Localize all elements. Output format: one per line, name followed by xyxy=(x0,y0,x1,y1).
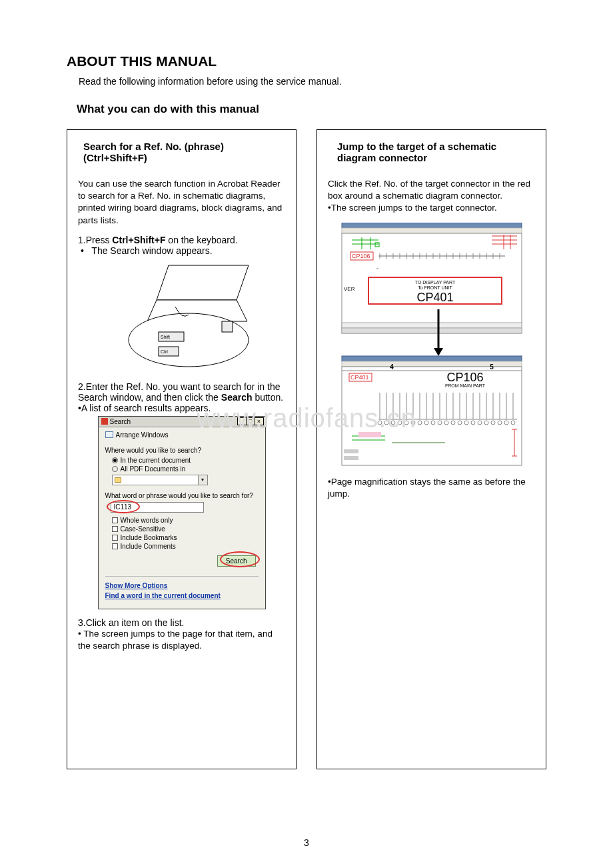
cp106-badge: CP106 xyxy=(352,253,370,259)
step2-post: button. xyxy=(253,392,284,403)
step2: 2.Enter the Ref. No. you want to search … xyxy=(78,381,285,403)
svg-rect-42 xyxy=(342,323,522,328)
search-dialog: Search _□× Arrange Windows Where would y… xyxy=(98,416,266,609)
svg-rect-6 xyxy=(342,223,522,228)
right-panel: Jump to the target of a schematic diagra… xyxy=(316,129,546,769)
ctrl-key-label: Ctrl xyxy=(161,349,168,354)
step1-bullet: • The Search window appears. xyxy=(81,245,285,256)
to-display-label: TO DISPLAY PART xyxy=(414,280,455,285)
link-more-options[interactable]: Show More Options xyxy=(105,582,259,589)
step2-bold: Search xyxy=(221,392,253,403)
page-number: 3 xyxy=(0,837,613,848)
svg-rect-47 xyxy=(342,361,522,367)
page-title: ABOUT THIS MANUAL xyxy=(67,53,546,69)
ruler-4: 4 xyxy=(390,363,394,371)
ruler-5: 5 xyxy=(490,363,494,371)
step1-pre: 1.Press xyxy=(78,235,112,245)
svg-rect-102 xyxy=(344,456,358,460)
highlight-ellipse xyxy=(107,500,140,513)
svg-rect-100 xyxy=(358,432,381,437)
dropdown-button[interactable]: ▾ xyxy=(199,475,208,485)
what-label: What word or phrase would you like to se… xyxy=(105,492,259,499)
svg-marker-45 xyxy=(434,348,443,356)
dialog-titlebar: Search _□× xyxy=(99,417,265,427)
subtitle: What you can do with this manual xyxy=(77,103,546,116)
radio-current-doc[interactable]: In the current document xyxy=(112,457,259,464)
dialog-title: Search xyxy=(110,418,131,425)
cp401-big: CP401 xyxy=(416,291,453,304)
step1-bold: Ctrl+Shift+F xyxy=(112,235,165,245)
opt-bookmarks[interactable]: Include Bookmarks xyxy=(112,534,259,541)
step2-bullet: •A list of search results appears. xyxy=(78,403,285,413)
radio-icon xyxy=(112,457,118,463)
right-desc1: Click the Ref. No. of the target connect… xyxy=(328,178,535,202)
arrange-windows[interactable]: Arrange Windows xyxy=(105,431,259,439)
schematic-illustration: A CP106 VER TO DISPLAY PART To FR xyxy=(328,223,535,469)
radio-all-pdf[interactable]: All PDF Documents in xyxy=(112,465,259,473)
where-label: Where would you like to search? xyxy=(105,447,259,454)
intro-text: Read the following information before us… xyxy=(79,76,546,87)
minimize-button[interactable]: _ xyxy=(237,417,247,425)
svg-marker-0 xyxy=(157,265,249,300)
shift-key-label: Shift xyxy=(161,335,170,339)
folder-icon xyxy=(115,477,121,483)
to-front-label: To FRONT UNIT xyxy=(418,285,452,290)
svg-text:A: A xyxy=(376,268,379,269)
right-panel-title: Jump to the target of a schematic diagra… xyxy=(328,141,535,163)
step1-post: on the keyboard. xyxy=(165,235,237,245)
from-main-label: FROM MAIN PART xyxy=(444,383,485,388)
step1: 1.Press Ctrl+Shift+F on the keyboard. xyxy=(78,235,285,245)
right-desc2: •The screen jumps to the target connecto… xyxy=(328,202,535,214)
opt-comments[interactable]: Include Comments xyxy=(112,543,259,550)
close-button[interactable]: × xyxy=(255,417,264,425)
right-note: •Page magnification stays the same as be… xyxy=(328,476,535,500)
opt-case[interactable]: Case-Sensitive xyxy=(112,525,259,533)
opt-whole-words[interactable]: Whole words only xyxy=(112,517,259,524)
step3-line1: 3.Click an item on the list. xyxy=(78,617,285,628)
cp401-badge: CP401 xyxy=(350,374,369,381)
left-desc: You can use the search function in Acrob… xyxy=(78,178,285,227)
left-panel: Search for a Ref. No. (phrase) (Ctrl+Shi… xyxy=(67,129,297,769)
ver-label: VER xyxy=(344,286,355,292)
svg-rect-3 xyxy=(222,321,233,332)
radio-icon xyxy=(112,466,118,472)
svg-rect-43 xyxy=(342,328,522,333)
folder-select[interactable]: ▾ xyxy=(112,475,259,485)
laptop-illustration: Shift Ctrl xyxy=(78,260,285,373)
step3-line2: • The screen jumps to the page for that … xyxy=(78,628,285,652)
svg-rect-101 xyxy=(344,449,358,453)
maximize-button[interactable]: □ xyxy=(246,417,255,425)
highlight-ellipse xyxy=(220,551,260,567)
windows-icon xyxy=(105,431,113,438)
adobe-icon xyxy=(101,418,108,425)
link-find-word[interactable]: Find a word in the current document xyxy=(105,592,259,599)
svg-rect-46 xyxy=(342,356,522,361)
left-panel-title: Search for a Ref. No. (phrase) (Ctrl+Shi… xyxy=(78,141,285,163)
svg-rect-7 xyxy=(342,228,522,233)
cp106-big: CP106 xyxy=(446,371,483,384)
